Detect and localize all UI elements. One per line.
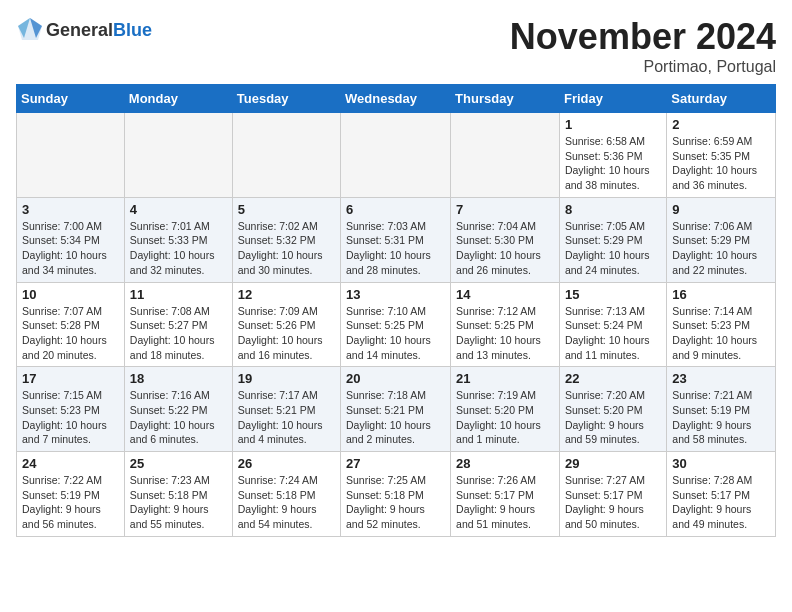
calendar-cell: 27Sunrise: 7:25 AM Sunset: 5:18 PM Dayli…: [341, 452, 451, 537]
day-number: 13: [346, 287, 445, 302]
col-header-saturday: Saturday: [667, 85, 776, 113]
calendar-cell: 23Sunrise: 7:21 AM Sunset: 5:19 PM Dayli…: [667, 367, 776, 452]
day-number: 25: [130, 456, 227, 471]
day-number: 4: [130, 202, 227, 217]
calendar-header-row: SundayMondayTuesdayWednesdayThursdayFrid…: [17, 85, 776, 113]
day-detail: Sunrise: 6:59 AM Sunset: 5:35 PM Dayligh…: [672, 134, 770, 193]
day-number: 11: [130, 287, 227, 302]
week-row-2: 3Sunrise: 7:00 AM Sunset: 5:34 PM Daylig…: [17, 197, 776, 282]
day-number: 9: [672, 202, 770, 217]
calendar-cell: 7Sunrise: 7:04 AM Sunset: 5:30 PM Daylig…: [451, 197, 560, 282]
day-number: 2: [672, 117, 770, 132]
day-detail: Sunrise: 7:04 AM Sunset: 5:30 PM Dayligh…: [456, 219, 554, 278]
day-detail: Sunrise: 7:00 AM Sunset: 5:34 PM Dayligh…: [22, 219, 119, 278]
day-detail: Sunrise: 7:06 AM Sunset: 5:29 PM Dayligh…: [672, 219, 770, 278]
day-number: 14: [456, 287, 554, 302]
calendar-cell: 26Sunrise: 7:24 AM Sunset: 5:18 PM Dayli…: [232, 452, 340, 537]
calendar-cell: 22Sunrise: 7:20 AM Sunset: 5:20 PM Dayli…: [559, 367, 666, 452]
calendar-cell: 15Sunrise: 7:13 AM Sunset: 5:24 PM Dayli…: [559, 282, 666, 367]
location-title: Portimao, Portugal: [510, 58, 776, 76]
day-detail: Sunrise: 7:13 AM Sunset: 5:24 PM Dayligh…: [565, 304, 661, 363]
calendar-cell: 24Sunrise: 7:22 AM Sunset: 5:19 PM Dayli…: [17, 452, 125, 537]
day-number: 18: [130, 371, 227, 386]
day-number: 15: [565, 287, 661, 302]
day-detail: Sunrise: 7:14 AM Sunset: 5:23 PM Dayligh…: [672, 304, 770, 363]
col-header-sunday: Sunday: [17, 85, 125, 113]
calendar-cell: 16Sunrise: 7:14 AM Sunset: 5:23 PM Dayli…: [667, 282, 776, 367]
day-detail: Sunrise: 7:20 AM Sunset: 5:20 PM Dayligh…: [565, 388, 661, 447]
day-detail: Sunrise: 6:58 AM Sunset: 5:36 PM Dayligh…: [565, 134, 661, 193]
day-detail: Sunrise: 7:25 AM Sunset: 5:18 PM Dayligh…: [346, 473, 445, 532]
day-detail: Sunrise: 7:07 AM Sunset: 5:28 PM Dayligh…: [22, 304, 119, 363]
col-header-wednesday: Wednesday: [341, 85, 451, 113]
calendar-cell: 8Sunrise: 7:05 AM Sunset: 5:29 PM Daylig…: [559, 197, 666, 282]
calendar-cell: 25Sunrise: 7:23 AM Sunset: 5:18 PM Dayli…: [124, 452, 232, 537]
day-number: 5: [238, 202, 335, 217]
calendar-cell: 18Sunrise: 7:16 AM Sunset: 5:22 PM Dayli…: [124, 367, 232, 452]
day-detail: Sunrise: 7:03 AM Sunset: 5:31 PM Dayligh…: [346, 219, 445, 278]
day-detail: Sunrise: 7:19 AM Sunset: 5:20 PM Dayligh…: [456, 388, 554, 447]
title-area: November 2024 Portimao, Portugal: [510, 16, 776, 76]
calendar-cell: 19Sunrise: 7:17 AM Sunset: 5:21 PM Dayli…: [232, 367, 340, 452]
day-detail: Sunrise: 7:23 AM Sunset: 5:18 PM Dayligh…: [130, 473, 227, 532]
calendar-cell: 28Sunrise: 7:26 AM Sunset: 5:17 PM Dayli…: [451, 452, 560, 537]
col-header-tuesday: Tuesday: [232, 85, 340, 113]
day-detail: Sunrise: 7:24 AM Sunset: 5:18 PM Dayligh…: [238, 473, 335, 532]
day-detail: Sunrise: 7:08 AM Sunset: 5:27 PM Dayligh…: [130, 304, 227, 363]
day-number: 19: [238, 371, 335, 386]
day-number: 26: [238, 456, 335, 471]
calendar-cell: 5Sunrise: 7:02 AM Sunset: 5:32 PM Daylig…: [232, 197, 340, 282]
calendar-cell: 4Sunrise: 7:01 AM Sunset: 5:33 PM Daylig…: [124, 197, 232, 282]
week-row-5: 24Sunrise: 7:22 AM Sunset: 5:19 PM Dayli…: [17, 452, 776, 537]
week-row-3: 10Sunrise: 7:07 AM Sunset: 5:28 PM Dayli…: [17, 282, 776, 367]
calendar-cell: [232, 113, 340, 198]
calendar-cell: 30Sunrise: 7:28 AM Sunset: 5:17 PM Dayli…: [667, 452, 776, 537]
day-detail: Sunrise: 7:21 AM Sunset: 5:19 PM Dayligh…: [672, 388, 770, 447]
day-detail: Sunrise: 7:18 AM Sunset: 5:21 PM Dayligh…: [346, 388, 445, 447]
day-detail: Sunrise: 7:28 AM Sunset: 5:17 PM Dayligh…: [672, 473, 770, 532]
day-number: 16: [672, 287, 770, 302]
week-row-4: 17Sunrise: 7:15 AM Sunset: 5:23 PM Dayli…: [17, 367, 776, 452]
day-detail: Sunrise: 7:27 AM Sunset: 5:17 PM Dayligh…: [565, 473, 661, 532]
day-number: 27: [346, 456, 445, 471]
calendar-cell: 10Sunrise: 7:07 AM Sunset: 5:28 PM Dayli…: [17, 282, 125, 367]
logo-icon: [16, 16, 44, 44]
day-number: 20: [346, 371, 445, 386]
day-number: 1: [565, 117, 661, 132]
day-detail: Sunrise: 7:05 AM Sunset: 5:29 PM Dayligh…: [565, 219, 661, 278]
day-detail: Sunrise: 7:01 AM Sunset: 5:33 PM Dayligh…: [130, 219, 227, 278]
calendar-cell: 1Sunrise: 6:58 AM Sunset: 5:36 PM Daylig…: [559, 113, 666, 198]
calendar-cell: 17Sunrise: 7:15 AM Sunset: 5:23 PM Dayli…: [17, 367, 125, 452]
day-number: 28: [456, 456, 554, 471]
day-detail: Sunrise: 7:12 AM Sunset: 5:25 PM Dayligh…: [456, 304, 554, 363]
logo-text-blue: Blue: [113, 20, 152, 40]
calendar-body: 1Sunrise: 6:58 AM Sunset: 5:36 PM Daylig…: [17, 113, 776, 537]
calendar-cell: 3Sunrise: 7:00 AM Sunset: 5:34 PM Daylig…: [17, 197, 125, 282]
day-detail: Sunrise: 7:26 AM Sunset: 5:17 PM Dayligh…: [456, 473, 554, 532]
day-detail: Sunrise: 7:09 AM Sunset: 5:26 PM Dayligh…: [238, 304, 335, 363]
calendar-cell: 21Sunrise: 7:19 AM Sunset: 5:20 PM Dayli…: [451, 367, 560, 452]
logo: GeneralBlue: [16, 16, 152, 44]
calendar-table: SundayMondayTuesdayWednesdayThursdayFrid…: [16, 84, 776, 537]
calendar-cell: [451, 113, 560, 198]
day-number: 3: [22, 202, 119, 217]
day-detail: Sunrise: 7:22 AM Sunset: 5:19 PM Dayligh…: [22, 473, 119, 532]
col-header-thursday: Thursday: [451, 85, 560, 113]
calendar-cell: 11Sunrise: 7:08 AM Sunset: 5:27 PM Dayli…: [124, 282, 232, 367]
col-header-monday: Monday: [124, 85, 232, 113]
day-number: 21: [456, 371, 554, 386]
calendar-cell: 6Sunrise: 7:03 AM Sunset: 5:31 PM Daylig…: [341, 197, 451, 282]
day-number: 24: [22, 456, 119, 471]
calendar-cell: 29Sunrise: 7:27 AM Sunset: 5:17 PM Dayli…: [559, 452, 666, 537]
calendar-cell: [124, 113, 232, 198]
day-detail: Sunrise: 7:17 AM Sunset: 5:21 PM Dayligh…: [238, 388, 335, 447]
calendar-cell: 13Sunrise: 7:10 AM Sunset: 5:25 PM Dayli…: [341, 282, 451, 367]
day-number: 22: [565, 371, 661, 386]
day-number: 23: [672, 371, 770, 386]
day-detail: Sunrise: 7:10 AM Sunset: 5:25 PM Dayligh…: [346, 304, 445, 363]
calendar-cell: 9Sunrise: 7:06 AM Sunset: 5:29 PM Daylig…: [667, 197, 776, 282]
header: GeneralBlue November 2024 Portimao, Port…: [16, 16, 776, 76]
day-detail: Sunrise: 7:02 AM Sunset: 5:32 PM Dayligh…: [238, 219, 335, 278]
day-number: 29: [565, 456, 661, 471]
day-number: 6: [346, 202, 445, 217]
